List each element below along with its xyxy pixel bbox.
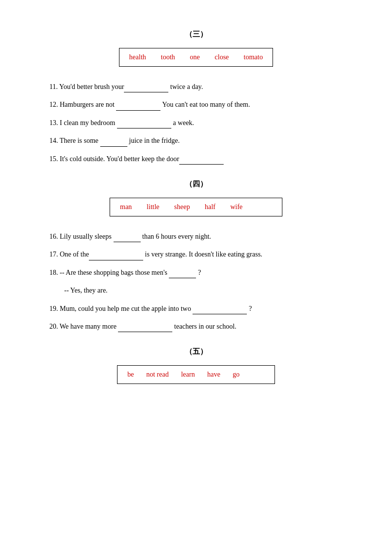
sentence-11: 11. You'd better brush your twice a day. — [49, 82, 353, 92]
word-man: man — [120, 203, 132, 211]
sentence-13-before: 13. I clean my bedroom — [49, 119, 117, 127]
sentence-18b: -- Yes, they are. — [64, 285, 353, 296]
word-close: close — [215, 53, 229, 61]
blank-16[interactable] — [114, 234, 141, 242]
word-learn: learn — [181, 371, 195, 379]
sentence-17: 17. One of the is very strange. It doesn… — [49, 249, 353, 260]
word-little: little — [147, 203, 159, 211]
blank-12[interactable] — [116, 103, 160, 111]
section3-word-box: health tooth one close tomato — [119, 48, 274, 67]
sentence-13: 13. I clean my bedroom a week. — [49, 118, 353, 128]
sentence-19-before: 19. Mum, could you help me cut the apple… — [49, 305, 193, 312]
blank-11[interactable] — [124, 85, 168, 92]
section4-title: （四） — [39, 179, 353, 189]
sentence-20-after: teachers in our school. — [172, 323, 236, 330]
sentence-11-after: twice a day. — [168, 83, 203, 90]
sentence-18b-text: -- Yes, they are. — [64, 287, 108, 294]
word-sheep: sheep — [174, 203, 190, 211]
blank-18a[interactable] — [169, 270, 196, 278]
section4-sentences: 16. Lily usually sleeps than 6 hours eve… — [49, 231, 353, 332]
sentence-18a: 18. -- Are these shopping bags those men… — [49, 267, 353, 278]
section3-sentences: 11. You'd better brush your twice a day.… — [49, 82, 353, 165]
sentence-15: 15. It's cold outside. You'd better keep… — [49, 154, 353, 165]
word-have: have — [207, 371, 220, 379]
blank-13[interactable] — [117, 121, 171, 128]
sentence-12-before: 12. Hamburgers are not — [49, 101, 116, 108]
sentence-12: 12. Hamburgers are not You can't eat too… — [49, 99, 353, 110]
blank-14[interactable] — [100, 139, 127, 147]
sentence-15-before: 15. It's cold outside. You'd better keep… — [49, 155, 179, 163]
section5-word-box: be not read learn have go — [117, 365, 275, 384]
sentence-19-after: ? — [247, 305, 252, 312]
word-health: health — [129, 53, 146, 61]
blank-17[interactable] — [89, 253, 143, 260]
sentence-20-before: 20. We have many more — [49, 323, 118, 330]
sentence-18a-before: 18. -- Are these shopping bags those men… — [49, 269, 169, 276]
word-not-read: not read — [146, 371, 168, 379]
word-tomato: tomato — [244, 53, 263, 61]
blank-19[interactable] — [193, 306, 247, 314]
word-wife: wife — [230, 203, 242, 211]
sentence-17-before: 17. One of the — [49, 251, 89, 258]
sentence-17-after: is very strange. It doesn't like eating … — [143, 251, 262, 258]
sentence-16-after: than 6 hours every night. — [141, 233, 211, 240]
sentence-18a-after: ? — [196, 269, 201, 276]
section3-title: （三） — [39, 30, 353, 39]
sentence-14: 14. There is some juice in the fridge. — [49, 135, 353, 146]
word-one: one — [190, 53, 200, 61]
word-be: be — [127, 371, 134, 379]
sentence-11-number: 11. You'd better brush your — [49, 83, 124, 90]
sentence-12-after: You can't eat too many of them. — [160, 101, 250, 108]
sentence-19: 19. Mum, could you help me cut the apple… — [49, 303, 353, 314]
section4-word-box: man little sheep half wife — [110, 198, 282, 216]
sentence-20: 20. We have many more teachers in our sc… — [49, 321, 353, 332]
word-tooth: tooth — [161, 53, 175, 61]
sentence-16-before: 16. Lily usually sleeps — [49, 233, 114, 240]
blank-20[interactable] — [118, 324, 172, 332]
sentence-16: 16. Lily usually sleeps than 6 hours eve… — [49, 231, 353, 242]
word-go: go — [233, 371, 239, 379]
sentence-14-after: juice in the fridge. — [127, 137, 180, 144]
blank-15[interactable] — [179, 157, 224, 165]
word-half: half — [205, 203, 216, 211]
section5-title: （五） — [39, 347, 353, 356]
sentence-13-after: a week. — [171, 119, 194, 127]
sentence-14-before: 14. There is some — [49, 137, 100, 144]
